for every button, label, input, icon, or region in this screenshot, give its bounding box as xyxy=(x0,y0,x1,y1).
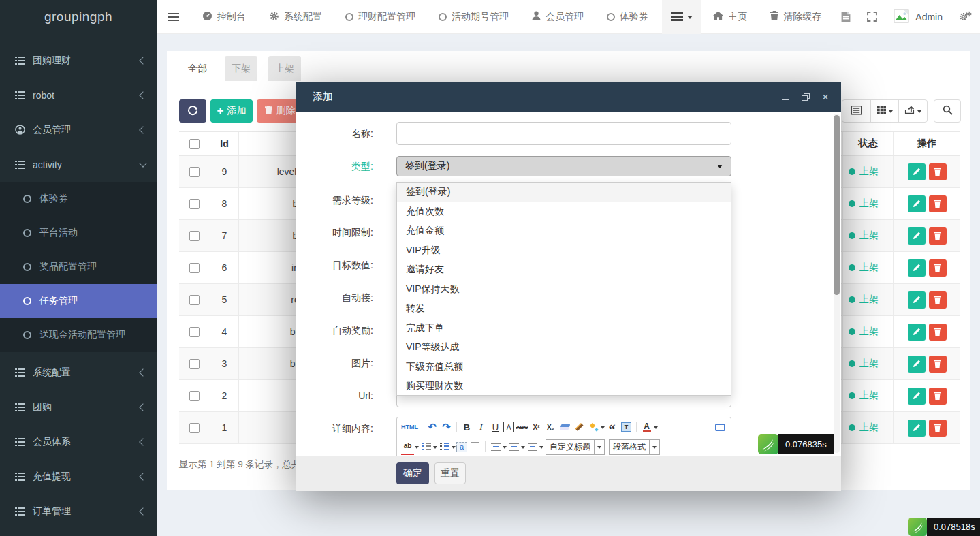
delete-row-button[interactable] xyxy=(929,291,947,309)
nav-menu-toggle[interactable] xyxy=(662,0,701,34)
nav-item-system-config[interactable]: 系统配置 xyxy=(257,0,334,34)
tab-all[interactable]: 全部 xyxy=(178,56,217,81)
dropdown-option[interactable]: 充值次数 xyxy=(397,202,731,222)
bold-icon[interactable]: B xyxy=(460,420,473,435)
row-checkbox[interactable] xyxy=(189,231,200,241)
delete-row-button[interactable] xyxy=(929,356,947,373)
dropdown-option[interactable]: 转发 xyxy=(397,299,731,319)
confirm-button[interactable]: 确定 xyxy=(396,462,429,484)
edit-row-button[interactable] xyxy=(908,291,926,309)
underline-icon[interactable]: U xyxy=(489,420,502,435)
blockquote-icon[interactable]: “ xyxy=(605,417,618,437)
close-icon[interactable]: × xyxy=(822,92,829,102)
unordered-list-icon[interactable] xyxy=(438,440,451,454)
sidebar-item-cash-gift-config[interactable]: 送现金活动配置管理 xyxy=(0,318,157,352)
card-view-button[interactable] xyxy=(842,100,871,122)
delete-row-button[interactable] xyxy=(929,420,947,437)
boxed-a-icon[interactable]: A xyxy=(503,422,514,432)
superscript-icon[interactable]: X² xyxy=(530,420,543,435)
ordered-list-icon[interactable] xyxy=(420,440,432,454)
row-checkbox[interactable] xyxy=(189,295,200,305)
row-checkbox[interactable] xyxy=(189,423,200,433)
sidebar-item-coupon[interactable]: 体验券 xyxy=(0,182,157,216)
sidebar-item-system-config[interactable]: 系统配置 xyxy=(0,355,157,390)
eraser-icon[interactable] xyxy=(558,420,571,435)
nav-item-clear-cache[interactable]: 清除缓存 xyxy=(759,0,833,34)
sidebar-item-prize-config[interactable]: 奖品配置管理 xyxy=(0,250,157,284)
edit-row-button[interactable] xyxy=(908,195,926,212)
undo-icon[interactable]: ↶ xyxy=(426,420,439,435)
dropdown-option[interactable]: VIP保持天数 xyxy=(397,280,731,300)
delete-row-button[interactable] xyxy=(929,324,947,341)
row-checkbox[interactable] xyxy=(189,167,200,177)
sidebar-item-task-management[interactable]: 任务管理 xyxy=(0,284,157,318)
cogs-icon[interactable] xyxy=(951,0,980,34)
dropdown-option[interactable]: VIP升级 xyxy=(397,241,731,261)
minimize-icon[interactable] xyxy=(782,93,789,100)
delete-row-button[interactable] xyxy=(929,388,947,405)
fullscreen-icon[interactable] xyxy=(859,0,885,34)
dropdown-option[interactable]: 充值金额 xyxy=(397,221,731,241)
edit-row-button[interactable] xyxy=(908,420,926,437)
magic-sparkle-icon[interactable] xyxy=(587,420,600,435)
font-color-icon[interactable]: A xyxy=(640,420,653,435)
new-document-icon[interactable] xyxy=(469,440,481,454)
spellcheck-icon[interactable]: ab xyxy=(401,439,414,455)
tab-on-shelf[interactable]: 上架 xyxy=(268,56,301,81)
row-checkbox[interactable] xyxy=(189,359,200,369)
edit-row-button[interactable] xyxy=(908,259,926,277)
paste-text-icon[interactable]: T xyxy=(620,420,633,435)
row-checkbox[interactable] xyxy=(189,263,200,273)
file-icon[interactable] xyxy=(833,0,859,34)
dropdown-option[interactable]: 签到(登录) xyxy=(397,183,731,202)
restore-icon[interactable] xyxy=(802,93,810,101)
line-height-icon[interactable] xyxy=(526,440,539,454)
row-checkbox[interactable] xyxy=(189,391,200,401)
strikethrough-icon[interactable]: ABC xyxy=(516,420,528,435)
scrollbar-thumb[interactable] xyxy=(834,115,840,295)
nav-item-finance-config[interactable]: 理财配置管理 xyxy=(334,0,427,34)
redo-icon[interactable]: ↷ xyxy=(440,420,453,435)
type-select[interactable]: 签到(登录) xyxy=(396,156,731,176)
tab-off-shelf[interactable]: 下架 xyxy=(225,56,257,81)
dialog-header[interactable]: 添加 × xyxy=(296,82,841,112)
edit-row-button[interactable] xyxy=(908,388,926,405)
format-brush-icon[interactable] xyxy=(573,420,586,435)
paragraph-format-select[interactable]: 段落格式 xyxy=(609,439,660,455)
sidebar-item-order-management[interactable]: 订单管理 xyxy=(0,494,157,529)
search-button[interactable] xyxy=(934,99,961,123)
sidebar-item-platform-activity[interactable]: 平台活动 xyxy=(0,216,157,250)
sidebar-item-groupbuy[interactable]: 团购 xyxy=(0,390,157,424)
delete-row-button[interactable] xyxy=(929,163,947,180)
sidebar-item-robot[interactable]: robot xyxy=(0,78,157,112)
edit-row-button[interactable] xyxy=(908,227,926,245)
columns-button[interactable] xyxy=(871,100,900,122)
nav-item-members[interactable]: 会员管理 xyxy=(520,0,595,34)
preview-screen-icon[interactable] xyxy=(714,420,727,435)
edit-row-button[interactable] xyxy=(908,324,926,341)
refresh-button[interactable] xyxy=(179,99,206,123)
dropdown-option[interactable]: 邀请好友 xyxy=(397,260,731,280)
reset-button[interactable]: 重置 xyxy=(434,462,466,484)
html-source-icon[interactable]: HTML xyxy=(401,420,418,435)
edit-row-button[interactable] xyxy=(908,163,926,180)
export-button[interactable] xyxy=(899,100,927,122)
dropdown-option[interactable]: 下级充值总额 xyxy=(397,358,731,377)
admin-menu[interactable]: Admin xyxy=(885,8,951,26)
sidebar-item-recharge-withdraw[interactable]: 充值提现 xyxy=(0,459,157,494)
align-icon[interactable] xyxy=(507,440,520,454)
custom-title-select[interactable]: 自定义标题 xyxy=(546,439,605,455)
sidebar-item-members[interactable]: 会员管理 xyxy=(0,112,157,147)
subscript-icon[interactable]: X₂ xyxy=(544,420,557,435)
dropdown-option[interactable]: VIP等级达成 xyxy=(397,338,731,358)
dropdown-option[interactable]: 完成下单 xyxy=(397,319,731,338)
nav-item-home[interactable]: 主页 xyxy=(701,0,759,34)
delete-row-button[interactable] xyxy=(929,259,947,277)
sidebar-item-member-system[interactable]: 会员体系 xyxy=(0,424,157,459)
anchor-icon[interactable]: a xyxy=(456,442,467,452)
row-checkbox[interactable] xyxy=(189,199,200,209)
delete-row-button[interactable] xyxy=(929,195,947,212)
row-checkbox[interactable] xyxy=(189,327,200,337)
edit-row-button[interactable] xyxy=(908,356,926,373)
nav-item-coupon[interactable]: 体验券 xyxy=(595,0,660,34)
